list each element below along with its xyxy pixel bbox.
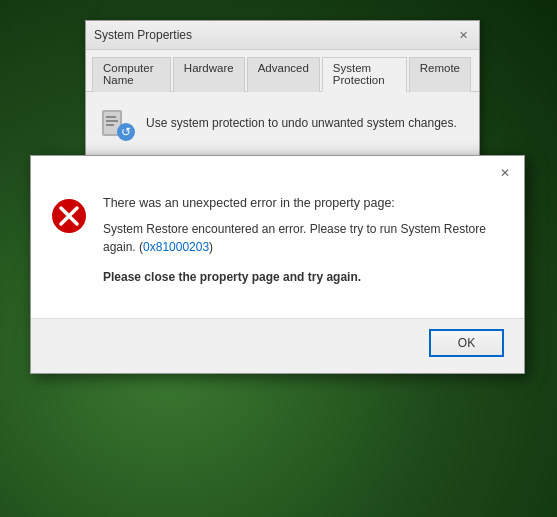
dialog-titlebar: ✕ [31, 156, 524, 190]
system-properties-title: System Properties [94, 28, 192, 42]
dialog-body: There was an unexpected error in the pro… [31, 190, 524, 318]
dialog-main-row: There was an unexpected error in the pro… [51, 196, 504, 286]
svg-text:↺: ↺ [121, 125, 131, 139]
dialog-footer: OK [31, 318, 524, 373]
error-icon [51, 198, 87, 234]
dialog-close-button[interactable]: ✕ [496, 164, 514, 182]
error-code-link[interactable]: 0x81000203 [143, 240, 209, 254]
error-dialog: ✕ There was an unexpected error in the p… [30, 155, 525, 374]
tab-computer-name[interactable]: Computer Name [92, 57, 171, 92]
tab-remote[interactable]: Remote [409, 57, 471, 92]
description-text: Use system protection to undo unwanted s… [146, 116, 457, 130]
tab-advanced[interactable]: Advanced [247, 57, 320, 92]
system-properties-titlebar: System Properties ✕ [86, 21, 479, 50]
dialog-heading: There was an unexpected error in the pro… [103, 196, 504, 210]
dialog-text-section: There was an unexpected error in the pro… [103, 196, 504, 286]
protection-icon: ↺ [98, 104, 136, 142]
tab-hardware[interactable]: Hardware [173, 57, 245, 92]
description-row: ↺ Use system protection to undo unwanted… [98, 104, 467, 142]
dialog-ok-button[interactable]: OK [429, 329, 504, 357]
tab-system-protection[interactable]: System Protection [322, 57, 407, 92]
dialog-detail: System Restore encountered an error. Ple… [103, 220, 504, 256]
system-properties-close-icon[interactable]: ✕ [455, 27, 471, 43]
dialog-note: Please close the property page and try a… [103, 268, 504, 286]
svg-rect-5 [106, 120, 118, 122]
svg-rect-4 [106, 116, 116, 118]
tabs-bar: Computer Name Hardware Advanced System P… [86, 50, 479, 92]
svg-rect-6 [106, 124, 114, 126]
